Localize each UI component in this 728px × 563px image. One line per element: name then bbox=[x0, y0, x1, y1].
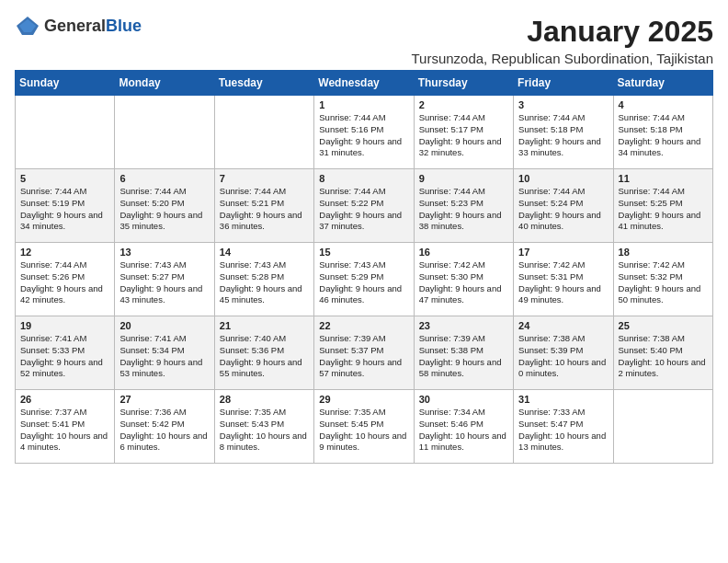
week-row-3: 12Sunrise: 7:44 AMSunset: 5:26 PMDayligh… bbox=[16, 243, 713, 316]
day-number: 11 bbox=[619, 173, 708, 184]
month-title: January 2025 bbox=[411, 15, 713, 49]
day-number: 7 bbox=[220, 173, 309, 184]
calendar-cell: 1Sunrise: 7:44 AMSunset: 5:16 PMDaylight… bbox=[314, 96, 414, 169]
day-number: 21 bbox=[220, 320, 309, 331]
calendar-cell: 29Sunrise: 7:35 AMSunset: 5:45 PMDayligh… bbox=[314, 390, 414, 464]
day-info: Sunrise: 7:44 AMSunset: 5:19 PMDaylight:… bbox=[20, 186, 109, 233]
day-number: 3 bbox=[518, 99, 608, 110]
day-number: 29 bbox=[319, 394, 408, 405]
day-number: 10 bbox=[518, 173, 608, 184]
day-info: Sunrise: 7:44 AMSunset: 5:26 PMDaylight:… bbox=[20, 259, 109, 306]
page-header: GeneralBlue January 2025 Tursunzoda, Rep… bbox=[15, 15, 713, 66]
day-info: Sunrise: 7:34 AMSunset: 5:46 PMDaylight:… bbox=[419, 407, 508, 454]
day-number: 5 bbox=[20, 173, 109, 184]
calendar-cell: 21Sunrise: 7:40 AMSunset: 5:36 PMDayligh… bbox=[214, 316, 313, 390]
day-info: Sunrise: 7:43 AMSunset: 5:29 PMDaylight:… bbox=[319, 259, 408, 306]
day-info: Sunrise: 7:36 AMSunset: 5:42 PMDaylight:… bbox=[119, 407, 209, 454]
day-info: Sunrise: 7:35 AMSunset: 5:43 PMDaylight:… bbox=[220, 407, 309, 454]
day-info: Sunrise: 7:44 AMSunset: 5:23 PMDaylight:… bbox=[419, 186, 508, 233]
day-number: 14 bbox=[220, 247, 309, 258]
day-info: Sunrise: 7:42 AMSunset: 5:31 PMDaylight:… bbox=[518, 259, 608, 306]
calendar-cell: 18Sunrise: 7:42 AMSunset: 5:32 PMDayligh… bbox=[613, 243, 712, 316]
day-info: Sunrise: 7:38 AMSunset: 5:40 PMDaylight:… bbox=[619, 333, 708, 380]
calendar-cell: 12Sunrise: 7:44 AMSunset: 5:26 PMDayligh… bbox=[16, 243, 115, 316]
day-number: 26 bbox=[20, 394, 109, 405]
day-number: 8 bbox=[319, 173, 408, 184]
weekday-header-tuesday: Tuesday bbox=[214, 71, 313, 96]
day-info: Sunrise: 7:35 AMSunset: 5:45 PMDaylight:… bbox=[319, 407, 408, 454]
weekday-header-saturday: Saturday bbox=[613, 71, 712, 96]
day-info: Sunrise: 7:44 AMSunset: 5:21 PMDaylight:… bbox=[220, 186, 309, 233]
calendar-cell: 25Sunrise: 7:38 AMSunset: 5:40 PMDayligh… bbox=[613, 316, 712, 390]
logo-text-blue: Blue bbox=[106, 17, 142, 35]
day-info: Sunrise: 7:43 AMSunset: 5:28 PMDaylight:… bbox=[220, 259, 309, 306]
weekday-header-wednesday: Wednesday bbox=[314, 71, 414, 96]
calendar-cell bbox=[16, 96, 115, 169]
calendar-cell bbox=[115, 96, 214, 169]
day-number: 28 bbox=[220, 394, 309, 405]
calendar-cell bbox=[613, 390, 712, 464]
day-info: Sunrise: 7:41 AMSunset: 5:34 PMDaylight:… bbox=[119, 333, 209, 380]
calendar-cell: 23Sunrise: 7:39 AMSunset: 5:38 PMDayligh… bbox=[414, 316, 513, 390]
day-info: Sunrise: 7:44 AMSunset: 5:18 PMDaylight:… bbox=[518, 112, 608, 159]
day-number: 20 bbox=[119, 320, 209, 331]
day-info: Sunrise: 7:39 AMSunset: 5:37 PMDaylight:… bbox=[319, 333, 408, 380]
calendar-cell: 7Sunrise: 7:44 AMSunset: 5:21 PMDaylight… bbox=[214, 169, 313, 243]
calendar-cell: 2Sunrise: 7:44 AMSunset: 5:17 PMDaylight… bbox=[414, 96, 513, 169]
calendar-cell: 27Sunrise: 7:36 AMSunset: 5:42 PMDayligh… bbox=[115, 390, 214, 464]
calendar-cell: 15Sunrise: 7:43 AMSunset: 5:29 PMDayligh… bbox=[314, 243, 414, 316]
day-number: 1 bbox=[319, 99, 408, 110]
calendar-cell: 16Sunrise: 7:42 AMSunset: 5:30 PMDayligh… bbox=[414, 243, 513, 316]
weekday-header-thursday: Thursday bbox=[414, 71, 513, 96]
calendar-table: SundayMondayTuesdayWednesdayThursdayFrid… bbox=[15, 70, 713, 464]
day-info: Sunrise: 7:33 AMSunset: 5:47 PMDaylight:… bbox=[518, 407, 608, 454]
location-title: Tursunzoda, Republican Subordination, Ta… bbox=[411, 51, 713, 66]
week-row-5: 26Sunrise: 7:37 AMSunset: 5:41 PMDayligh… bbox=[16, 390, 713, 464]
calendar-cell: 19Sunrise: 7:41 AMSunset: 5:33 PMDayligh… bbox=[16, 316, 115, 390]
day-info: Sunrise: 7:44 AMSunset: 5:16 PMDaylight:… bbox=[319, 112, 408, 159]
week-row-1: 1Sunrise: 7:44 AMSunset: 5:16 PMDaylight… bbox=[16, 96, 713, 169]
day-info: Sunrise: 7:37 AMSunset: 5:41 PMDaylight:… bbox=[20, 407, 109, 454]
day-number: 30 bbox=[419, 394, 508, 405]
day-number: 12 bbox=[20, 247, 109, 258]
calendar-cell: 10Sunrise: 7:44 AMSunset: 5:24 PMDayligh… bbox=[514, 169, 613, 243]
day-number: 15 bbox=[319, 247, 408, 258]
day-info: Sunrise: 7:44 AMSunset: 5:24 PMDaylight:… bbox=[518, 186, 608, 233]
day-number: 27 bbox=[119, 394, 209, 405]
calendar-cell: 5Sunrise: 7:44 AMSunset: 5:19 PMDaylight… bbox=[16, 169, 115, 243]
week-row-4: 19Sunrise: 7:41 AMSunset: 5:33 PMDayligh… bbox=[16, 316, 713, 390]
calendar-cell: 22Sunrise: 7:39 AMSunset: 5:37 PMDayligh… bbox=[314, 316, 414, 390]
calendar-cell: 31Sunrise: 7:33 AMSunset: 5:47 PMDayligh… bbox=[514, 390, 613, 464]
day-number: 25 bbox=[619, 320, 708, 331]
logo-text-general: General bbox=[44, 17, 106, 35]
day-info: Sunrise: 7:44 AMSunset: 5:22 PMDaylight:… bbox=[319, 186, 408, 233]
week-row-2: 5Sunrise: 7:44 AMSunset: 5:19 PMDaylight… bbox=[16, 169, 713, 243]
calendar-cell: 4Sunrise: 7:44 AMSunset: 5:18 PMDaylight… bbox=[613, 96, 712, 169]
calendar-cell: 20Sunrise: 7:41 AMSunset: 5:34 PMDayligh… bbox=[115, 316, 214, 390]
calendar-cell: 17Sunrise: 7:42 AMSunset: 5:31 PMDayligh… bbox=[514, 243, 613, 316]
day-info: Sunrise: 7:42 AMSunset: 5:30 PMDaylight:… bbox=[419, 259, 508, 306]
calendar-cell bbox=[214, 96, 313, 169]
day-info: Sunrise: 7:44 AMSunset: 5:17 PMDaylight:… bbox=[419, 112, 508, 159]
day-number: 18 bbox=[619, 247, 708, 258]
calendar-cell: 9Sunrise: 7:44 AMSunset: 5:23 PMDaylight… bbox=[414, 169, 513, 243]
calendar-cell: 8Sunrise: 7:44 AMSunset: 5:22 PMDaylight… bbox=[314, 169, 414, 243]
calendar-cell: 26Sunrise: 7:37 AMSunset: 5:41 PMDayligh… bbox=[16, 390, 115, 464]
day-number: 17 bbox=[518, 247, 608, 258]
day-number: 23 bbox=[419, 320, 508, 331]
day-number: 6 bbox=[119, 173, 209, 184]
day-info: Sunrise: 7:40 AMSunset: 5:36 PMDaylight:… bbox=[220, 333, 309, 380]
day-number: 31 bbox=[518, 394, 608, 405]
day-info: Sunrise: 7:44 AMSunset: 5:25 PMDaylight:… bbox=[619, 186, 708, 233]
day-number: 24 bbox=[518, 320, 608, 331]
calendar-cell: 30Sunrise: 7:34 AMSunset: 5:46 PMDayligh… bbox=[414, 390, 513, 464]
calendar-cell: 11Sunrise: 7:44 AMSunset: 5:25 PMDayligh… bbox=[613, 169, 712, 243]
day-number: 22 bbox=[319, 320, 408, 331]
day-info: Sunrise: 7:41 AMSunset: 5:33 PMDaylight:… bbox=[20, 333, 109, 380]
weekday-header-friday: Friday bbox=[514, 71, 613, 96]
day-info: Sunrise: 7:44 AMSunset: 5:20 PMDaylight:… bbox=[119, 186, 209, 233]
day-info: Sunrise: 7:38 AMSunset: 5:39 PMDaylight:… bbox=[518, 333, 608, 380]
day-info: Sunrise: 7:44 AMSunset: 5:18 PMDaylight:… bbox=[619, 112, 708, 159]
title-area: January 2025 Tursunzoda, Republican Subo… bbox=[411, 15, 713, 66]
weekday-header-sunday: Sunday bbox=[16, 71, 115, 96]
